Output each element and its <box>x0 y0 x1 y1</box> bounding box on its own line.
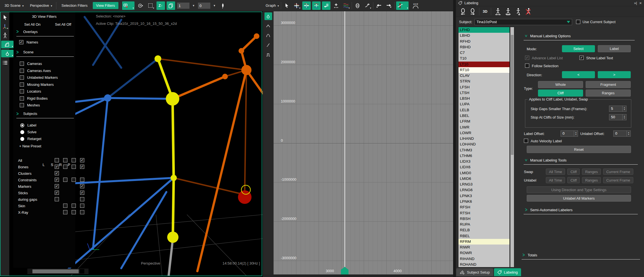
direction-prev-button[interactable]: < <box>562 71 595 78</box>
marker-list-item[interactable]: ROWR <box>458 250 510 256</box>
graph-plot-area[interactable]: 3000000 2000000 1000000 0 -1000000 -2000… <box>274 11 453 274</box>
marker-list-item[interactable]: LRNG6 <box>458 187 510 193</box>
type-cliff-button[interactable]: Cliff <box>538 90 583 97</box>
close-icon[interactable]: × <box>639 1 642 5</box>
fit-horizontal-button[interactable] <box>302 1 311 10</box>
section-manual-labeling-tools[interactable]: > Manual Labeling Tools <box>525 158 566 162</box>
follow-selection-checkbox[interactable] <box>525 64 529 68</box>
marker-list-item[interactable]: LTHM6 <box>458 153 510 159</box>
marker-list-item[interactable]: LUPA <box>458 101 510 107</box>
section-scene[interactable]: > Scene <box>16 50 34 54</box>
set-all-off-button[interactable]: Set All Off <box>55 22 71 27</box>
filter-checkbox[interactable] <box>80 165 84 169</box>
marker-list-item[interactable]: ROHAND <box>458 262 510 267</box>
swap-button[interactable]: All Time <box>546 169 565 175</box>
chevron-down-icon[interactable]: ▾ <box>133 7 134 9</box>
filter-checkbox[interactable] <box>72 178 76 182</box>
checkbox-icon[interactable] <box>20 89 24 93</box>
chevron-down-icon[interactable]: ▾ <box>153 7 154 9</box>
offset-field[interactable]: 0 <box>198 2 211 9</box>
section-manual-labeling-options[interactable]: > Manual Labeling Options <box>525 34 571 38</box>
checkbox-icon[interactable] <box>20 75 24 80</box>
actor-button[interactable] <box>1 32 9 39</box>
filter-names[interactable]: Names <box>19 40 38 44</box>
marker-list-item[interactable]: T10 <box>458 56 510 61</box>
chevron-down-icon[interactable]: ▾ <box>12 45 13 48</box>
person-add-icon[interactable] <box>515 8 522 15</box>
checkbox-icon[interactable] <box>20 69 24 73</box>
scene-filter-item[interactable]: Meshes <box>20 103 40 107</box>
filter-checkbox[interactable] <box>55 178 59 182</box>
selection-filters-button[interactable]: Selection Filters <box>58 2 91 9</box>
filter-checkbox[interactable] <box>55 197 59 201</box>
radio-selected-icon[interactable] <box>20 123 24 127</box>
marker-list-item[interactable]: LTSH <box>458 90 510 96</box>
graph-select-button[interactable] <box>283 1 291 10</box>
section-subjects[interactable]: > Subjects <box>16 111 37 116</box>
add-keys-button[interactable] <box>332 1 340 10</box>
spinner-arrows-icon[interactable]: ▲▼ <box>574 131 578 136</box>
next-key-button[interactable] <box>385 1 393 10</box>
show-label-text-checkbox[interactable] <box>579 56 584 60</box>
chevron-down-icon[interactable]: ▾ <box>349 7 350 9</box>
marker-list[interactable]: LFHD LBHD RFHD RBHD C7 T10 LT10 RT10 CLA… <box>458 27 510 267</box>
type-fragment-button[interactable]: Fragment <box>586 81 631 88</box>
linear-interp-button[interactable] <box>264 22 272 30</box>
marker-list-item[interactable]: RT10 <box>458 67 510 73</box>
stop-cliffs-spinner[interactable]: 50 ▲▼ <box>609 114 627 120</box>
scrollbar-thumb[interactable] <box>32 269 79 273</box>
filter-checkbox[interactable] <box>80 178 84 182</box>
label-offset-spinner[interactable]: 0 ▲▼ <box>561 130 578 137</box>
scene-filter-item[interactable]: Cameras Axes <box>20 69 51 73</box>
marker-list-item[interactable]: LMID6 <box>458 176 510 182</box>
marker-list-item[interactable]: LMID0 <box>458 170 510 176</box>
marker-list-item[interactable]: LIHAND <box>458 136 510 141</box>
type-whole-button[interactable]: Whole <box>538 81 583 88</box>
spinner-arrows-icon[interactable]: ▲▼ <box>622 106 626 112</box>
camera-hide-button[interactable]: ▾ <box>122 1 134 10</box>
marker-list-item[interactable]: LBSH <box>458 96 510 101</box>
marker-next-icon[interactable] <box>469 8 476 15</box>
chevron-down-icon[interactable]: ▾ <box>299 7 300 9</box>
select-cursor-button[interactable] <box>1 14 9 21</box>
filter-checkbox[interactable] <box>72 158 76 162</box>
marker-list-item[interactable]: LFRM <box>458 119 510 124</box>
cut-at-playhead-button[interactable]: ▾ <box>396 1 409 10</box>
marker-list-item[interactable]: RFSH <box>458 204 510 210</box>
filter-checkbox[interactable] <box>63 178 67 182</box>
marker-prev-icon[interactable] <box>460 8 466 15</box>
marker-list-item[interactable]: LIDX3 <box>458 159 510 164</box>
frame-step-field[interactable]: 1 <box>177 2 190 9</box>
unlabel-button[interactable]: Cliff <box>567 177 580 183</box>
dock-right-icon[interactable]: »| <box>634 1 637 5</box>
mode-label-button[interactable]: Label <box>598 45 631 52</box>
marker-list-item[interactable]: LBEL <box>458 113 510 119</box>
bell-interp-button[interactable] <box>264 32 272 39</box>
section-semi-automated[interactable]: > Semi-Automated Labelers <box>525 208 573 212</box>
frame-selection-button[interactable] <box>322 1 330 10</box>
filter-checkbox[interactable] <box>55 184 59 188</box>
checkbox-checked-icon[interactable] <box>19 40 23 44</box>
filter-checkbox[interactable] <box>72 165 76 169</box>
menu-graph[interactable]: Graph <box>265 2 279 9</box>
filter-checkbox[interactable] <box>72 210 76 214</box>
filter-checkbox[interactable] <box>80 210 84 214</box>
checkbox-icon[interactable] <box>20 62 24 66</box>
filter-checkbox[interactable] <box>63 204 67 208</box>
mode-radio-label[interactable]: Label <box>20 123 36 127</box>
scrollbar-thumb[interactable] <box>511 35 513 155</box>
marker-list-item[interactable]: RIWR <box>458 245 510 250</box>
radio-icon[interactable] <box>20 137 24 141</box>
step-interp-button[interactable] <box>264 51 272 58</box>
chevron-down-icon[interactable]: ▾ <box>7 27 8 30</box>
marker-list-item[interactable]: LRNG3 <box>458 182 510 187</box>
filter-checkbox[interactable] <box>55 165 59 169</box>
unlabel-button[interactable]: Current Frame <box>603 177 633 183</box>
scene-filter-item[interactable]: Locators <box>20 89 41 93</box>
unlabel-button[interactable]: Ranges <box>582 177 601 183</box>
marker-list-item[interactable]: CLAV <box>458 73 510 78</box>
marker-list-item[interactable]: RUPA <box>458 222 510 227</box>
filter-checkbox[interactable] <box>80 204 84 208</box>
menu-3d-scene[interactable]: 3D Scene <box>2 2 26 9</box>
checkbox-icon[interactable] <box>20 96 24 101</box>
